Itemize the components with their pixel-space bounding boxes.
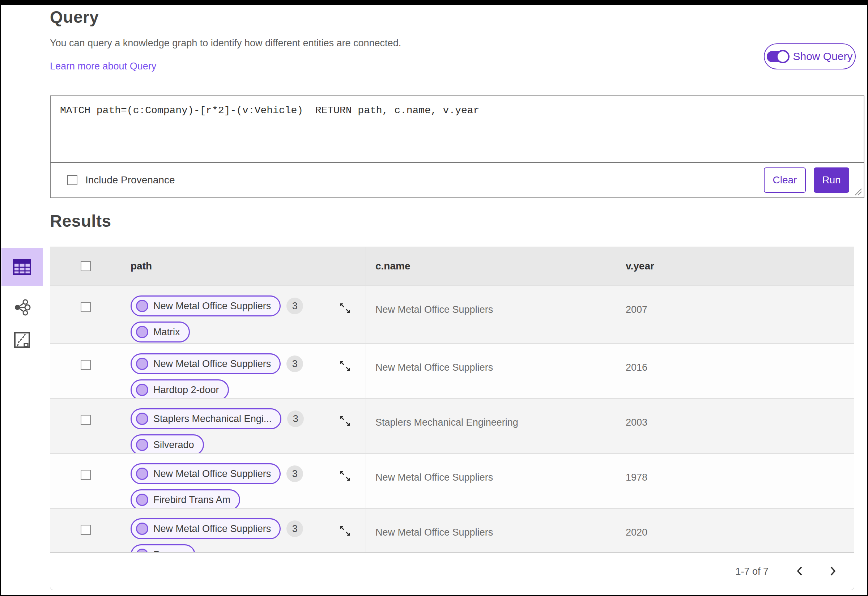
path-end-chip[interactable]: Matrix: [131, 322, 190, 342]
path-count-badge: 3: [286, 521, 303, 537]
path-start-chip[interactable]: New Metal Office Suppliers: [131, 295, 280, 316]
expand-icon: [338, 301, 352, 315]
expand-path-button[interactable]: [338, 414, 352, 429]
path-end-label: Matrix: [154, 327, 180, 338]
node-icon: [136, 384, 148, 396]
toggle-switch-icon: [767, 51, 788, 62]
query-panel: MATCH path=(c:Company)-[r*2]-(v:Vehicle)…: [50, 96, 864, 198]
path-end-label: Firebird Trans Am: [154, 494, 230, 506]
clear-button[interactable]: Clear: [764, 167, 806, 193]
expand-icon: [338, 359, 352, 373]
path-cell: New Metal Office Suppliers 3 Matrix: [121, 286, 366, 343]
node-icon: [136, 413, 148, 425]
path-count-badge: 3: [286, 356, 303, 372]
node-icon: [136, 494, 148, 506]
path-start-chip[interactable]: New Metal Office Suppliers: [131, 518, 280, 539]
path-cell: New Metal Office Suppliers 3 Ranger: [121, 509, 366, 552]
path-end-chip[interactable]: Firebird Trans Am: [131, 489, 240, 508]
path-start-label: New Metal Office Suppliers: [154, 523, 271, 534]
column-header-path: path: [131, 260, 152, 272]
path-start-label: New Metal Office Suppliers: [154, 468, 271, 479]
column-header-vyear: v.year: [626, 260, 654, 272]
table-row: New Metal Office Suppliers 3 Matrix New …: [50, 285, 854, 343]
table-body: New Metal Office Suppliers 3 Matrix New …: [50, 285, 854, 552]
vyear-cell: 2003: [616, 399, 854, 428]
chevron-left-icon: [796, 566, 803, 577]
cname-cell: New Metal Office Suppliers: [366, 454, 616, 483]
path-end-label: Silverado: [154, 440, 194, 451]
next-page-button[interactable]: [826, 564, 840, 580]
node-icon: [136, 326, 148, 338]
chevron-right-icon: [829, 566, 837, 577]
include-provenance-label: Include Provenance: [86, 174, 175, 186]
cname-cell: Staplers Mechanical Engineering: [366, 399, 616, 428]
node-icon: [136, 522, 148, 535]
map-view-button[interactable]: [1, 321, 43, 359]
row-checkbox[interactable]: [81, 415, 91, 425]
path-end-chip[interactable]: Hardtop 2-door: [131, 379, 229, 398]
cname-cell: New Metal Office Suppliers: [366, 344, 616, 373]
query-footer: Include Provenance Clear Run: [51, 162, 864, 198]
expand-path-button[interactable]: [338, 359, 352, 374]
query-editor[interactable]: MATCH path=(c:Company)-[r*2]-(v:Vehicle)…: [51, 96, 864, 162]
results-section-title: Results: [50, 211, 111, 231]
table-view-button[interactable]: [1, 248, 43, 286]
path-start-label: New Metal Office Suppliers: [154, 301, 271, 312]
table-footer: 1-7 of 7: [50, 552, 854, 590]
path-cell: New Metal Office Suppliers 3 Firebird Tr…: [121, 454, 366, 508]
query-section-title: Query: [50, 7, 99, 27]
expand-path-button[interactable]: [338, 301, 352, 316]
table-row: New Metal Office Suppliers 3 Hardtop 2-d…: [50, 343, 854, 398]
node-icon: [136, 549, 148, 552]
run-button[interactable]: Run: [814, 167, 849, 193]
path-start-label: New Metal Office Suppliers: [154, 358, 271, 370]
path-end-label: Hardtop 2-door: [154, 384, 219, 395]
path-start-chip[interactable]: New Metal Office Suppliers: [131, 463, 280, 484]
resize-handle-icon[interactable]: [853, 187, 862, 196]
column-header-cname: c.name: [375, 260, 410, 272]
vyear-cell: 2020: [616, 509, 854, 538]
pagination-range: 1-7 of 7: [735, 566, 769, 577]
path-cell: Staplers Mechanical Engi... 3 Silverado: [121, 399, 366, 453]
row-checkbox[interactable]: [81, 525, 91, 535]
include-provenance-checkbox[interactable]: [67, 175, 77, 185]
results-table: path c.name v.year New Metal Office Supp…: [50, 246, 854, 590]
expand-path-button[interactable]: [338, 469, 352, 484]
expand-icon: [338, 469, 352, 483]
learn-more-link[interactable]: Learn more about Query: [50, 61, 156, 72]
table-row: New Metal Office Suppliers 3 Firebird Tr…: [50, 453, 854, 508]
graph-view-button[interactable]: [1, 289, 43, 326]
path-end-chip[interactable]: Silverado: [131, 434, 204, 453]
show-query-toggle[interactable]: Show Query: [764, 43, 856, 69]
node-icon: [136, 439, 148, 451]
path-count-badge: 3: [286, 298, 303, 314]
window-top-bar: [0, 0, 868, 5]
previous-page-button[interactable]: [793, 564, 807, 580]
path-count-badge: 3: [287, 410, 304, 427]
path-end-label: Ranger: [154, 549, 186, 553]
vyear-cell: 1978: [616, 454, 854, 483]
path-start-chip[interactable]: New Metal Office Suppliers: [131, 353, 280, 374]
row-checkbox[interactable]: [81, 302, 91, 312]
graph-view-icon: [13, 299, 31, 316]
expand-icon: [338, 524, 352, 538]
row-checkbox[interactable]: [81, 470, 91, 480]
select-all-checkbox[interactable]: [81, 261, 91, 271]
show-query-label: Show Query: [793, 50, 852, 63]
path-end-chip[interactable]: Ranger: [131, 544, 195, 552]
path-count-badge: 3: [286, 465, 303, 482]
node-icon: [136, 468, 148, 480]
map-view-icon: [14, 332, 30, 348]
row-checkbox[interactable]: [81, 360, 91, 370]
vyear-cell: 2007: [616, 286, 854, 315]
node-icon: [136, 300, 148, 312]
path-start-label: Staplers Mechanical Engi...: [154, 413, 272, 425]
table-header-row: path c.name v.year: [50, 247, 854, 285]
cname-cell: New Metal Office Suppliers: [366, 286, 616, 315]
cname-cell: New Metal Office Suppliers: [366, 509, 616, 538]
vyear-cell: 2016: [616, 344, 854, 373]
expand-icon: [338, 414, 352, 428]
table-row: Staplers Mechanical Engi... 3 Silverado …: [50, 398, 854, 453]
path-start-chip[interactable]: Staplers Mechanical Engi...: [131, 408, 281, 429]
expand-path-button[interactable]: [338, 524, 352, 539]
